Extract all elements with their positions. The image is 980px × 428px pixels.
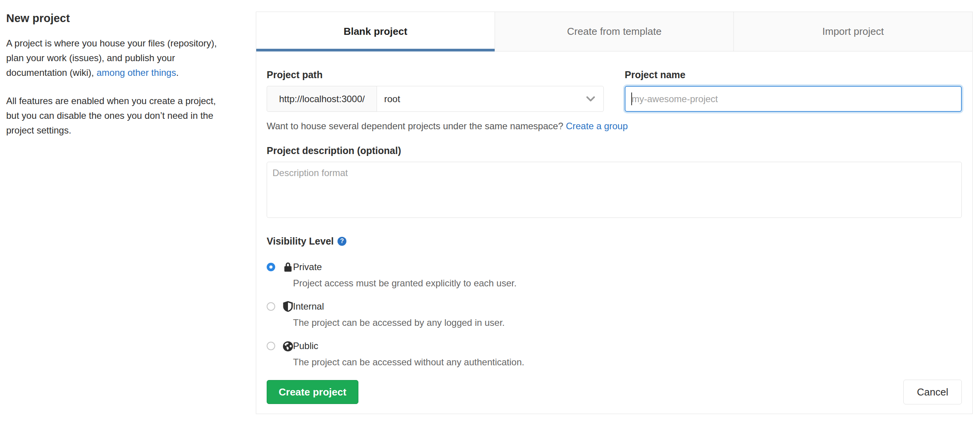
project-description-label: Project description (optional) bbox=[267, 145, 962, 156]
visibility-options: Private Project access must be granted e… bbox=[267, 260, 962, 369]
project-name-label: Project name bbox=[625, 69, 962, 80]
create-project-button[interactable]: Create project bbox=[267, 380, 358, 404]
radio-public[interactable] bbox=[267, 342, 275, 350]
radio-private[interactable] bbox=[267, 263, 275, 271]
visibility-option-private: Private Project access must be granted e… bbox=[267, 260, 962, 290]
visibility-description: The project can be accessed without any … bbox=[293, 356, 962, 369]
visibility-name: Private bbox=[293, 260, 962, 274]
visibility-option-public: Public The project can be accessed witho… bbox=[267, 339, 962, 369]
form-actions: Create project Cancel bbox=[267, 380, 962, 404]
text-caret bbox=[631, 92, 632, 105]
globe-icon bbox=[283, 341, 293, 351]
namespace-selected-value: root bbox=[384, 94, 400, 104]
lock-icon bbox=[283, 262, 293, 272]
create-a-group-link[interactable]: Create a group bbox=[566, 121, 628, 131]
project-path-input-group: http://localhost:3000/ root bbox=[267, 86, 604, 112]
radio-internal[interactable] bbox=[267, 302, 275, 311]
tab-create-from-template[interactable]: Create from template bbox=[495, 12, 733, 51]
cancel-button[interactable]: Cancel bbox=[903, 380, 962, 404]
project-name-wrap bbox=[625, 86, 962, 112]
new-project-panel: Blank project Create from template Impor… bbox=[256, 12, 973, 414]
help-question-icon[interactable] bbox=[338, 237, 346, 246]
project-name-input[interactable] bbox=[625, 86, 962, 112]
tab-import-project[interactable]: Import project bbox=[733, 12, 972, 51]
tab-blank-project[interactable]: Blank project bbox=[256, 12, 495, 51]
new-project-intro: New project A project is where you house… bbox=[6, 10, 225, 151]
visibility-description: Project access must be granted explicitl… bbox=[293, 277, 962, 290]
visibility-name: Public bbox=[293, 339, 962, 353]
namespace-select[interactable]: root bbox=[377, 86, 604, 112]
visibility-name: Internal bbox=[293, 300, 962, 313]
namespace-hint: Want to house several dependent projects… bbox=[267, 120, 962, 132]
visibility-option-internal: Internal The project can be accessed by … bbox=[267, 300, 962, 329]
among-other-things-link[interactable]: among other things bbox=[96, 67, 176, 78]
project-type-tabs: Blank project Create from template Impor… bbox=[256, 12, 972, 51]
visibility-description: The project can be accessed by any logge… bbox=[293, 316, 962, 329]
intro-paragraph-2: All features are enabled when you create… bbox=[6, 94, 225, 138]
intro-paragraph-1: A project is where you house your files … bbox=[6, 36, 225, 80]
visibility-level-label: Visibility Level bbox=[267, 235, 962, 247]
project-description-textarea[interactable] bbox=[267, 162, 962, 218]
blank-project-form: Project path http://localhost:3000/ root… bbox=[256, 51, 972, 404]
url-prefix-addon: http://localhost:3000/ bbox=[267, 86, 377, 112]
chevron-down-icon bbox=[586, 96, 595, 102]
shield-icon bbox=[283, 301, 293, 312]
project-path-label: Project path bbox=[267, 69, 604, 80]
page-title: New project bbox=[6, 10, 225, 26]
